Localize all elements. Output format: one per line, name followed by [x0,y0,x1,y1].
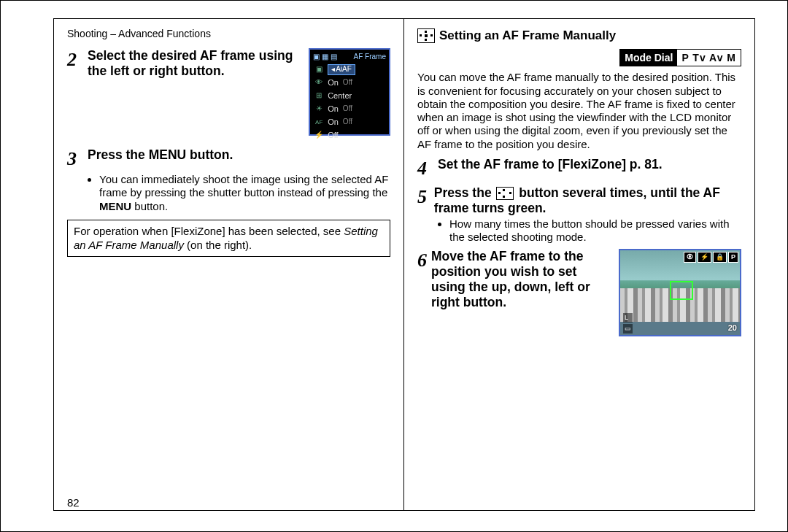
lcd-row-icon: ⚡ [313,131,325,141]
manual-page: Shooting – Advanced Functions 2 Select t… [0,0,788,532]
af-frame-indicator [670,281,693,300]
lcd-preview-af-frame: ▣ ▦ ▤ AF Frame ▣◂ AiAF 👁OnOff ⊞Center ☀O… [309,48,390,136]
step-5: 5 Press the button several times, until … [417,185,741,245]
lcd-row-val: On [328,104,339,115]
lcd-row-val: On [328,117,339,128]
hud-icon: P [728,252,738,263]
flexizone-note: For operation when [FlexiZone] has been … [67,220,390,258]
hud-icon: ⚡ [698,252,711,263]
step-3-number: 3 [67,147,83,171]
hud-icon: ⦿ [684,252,696,263]
lcd-row-icon: AF [313,117,325,128]
lcd-row-val: On [328,78,339,88]
lcd-tab-icons: ▣ ▦ ▤ [313,53,337,62]
step-3: 3 Press the MENU button. You can immedia… [67,147,390,214]
hud-bl-1: L [623,313,633,323]
step-6-number: 6 [417,249,427,273]
intro-paragraph: You can move the AF frame manually to th… [417,71,741,151]
note-pre: For operation when [FlexiZone] has been … [74,225,344,237]
page-number: 82 [67,496,80,510]
step-5-title: Press the button several times, until th… [434,185,741,216]
lcd-row-val: AiAF [336,65,352,74]
lcd-row-val: Center [328,91,352,101]
lcd-row-val2: Off [341,117,352,127]
lcd-row-icon: ▣ [313,65,325,75]
lcd-row-icon: ⊞ [313,91,325,101]
lcd-row-val2: Off [341,104,352,114]
photo-water [620,322,740,335]
left-column: Shooting – Advanced Functions 2 Select t… [54,19,404,510]
hud-bottom-right: 20 [728,323,737,334]
step-3-bullet-text: You can immediately shoot the image usin… [99,173,388,199]
step-6: 6 Move the AF frame to the position you … [417,249,741,336]
hud-bottom-left: L ▭ [623,313,633,334]
right-heading: Setting an AF Frame Manually [417,28,741,43]
step-3-bullet: You can immediately shoot the image usin… [67,173,390,214]
af-point-select-icon [417,28,435,43]
step-3-bullet-text2: button. [131,200,168,212]
lcd-title: AF Frame [354,53,386,62]
step-5-number: 5 [417,185,430,209]
af-point-select-icon [496,187,514,200]
lcd-selected-value: ◂ AiAF [328,64,355,75]
breadcrumb: Shooting – Advanced Functions [67,28,211,41]
page-content-frame: Shooting – Advanced Functions 2 Select t… [53,18,755,511]
step-4-number: 4 [417,157,433,181]
step-2-number: 2 [67,48,83,72]
step-2-head: 2 Select the desired AF frame using the … [67,48,301,79]
lcd-preview-move-af: ⦿ ⚡ 🔒 P L ▭ 20 [619,249,741,336]
note-post: (on the right). [184,239,252,251]
lcd-row-icon: 👁 [313,78,325,88]
right-column: Setting an AF Frame Manually Mode Dial P… [404,19,754,510]
step-5-bullet: How many times the button should be pres… [417,217,741,245]
step-5-bullet-text: How many times the button should be pres… [449,217,741,245]
step-3-bullet-bold: MENU [99,200,131,212]
step-3-title: Press the MENU button. [88,147,233,163]
step-2-title: Select the desired AF frame using the le… [88,48,301,79]
lcd-row-val2: Off [341,78,352,88]
step-4: 4 Set the AF frame to [FlexiZone] p. 81. [417,157,741,181]
step-4-title: Set the AF frame to [FlexiZone] p. 81. [438,157,663,172]
lcd-row-icon: ☀ [313,104,325,115]
right-heading-text: Setting an AF Frame Manually [439,28,616,43]
mode-dial-label: Mode Dial [620,50,677,66]
step-6-title: Move the AF frame to the position you wi… [431,249,611,310]
mode-dial-row: Mode Dial P Tv Av M [417,49,741,66]
step-5-title-pre: Press the [434,185,495,200]
hud-icon: 🔒 [713,252,727,263]
hud-top-right: ⦿ ⚡ 🔒 P [684,252,738,263]
mode-dial-badge: Mode Dial P Tv Av M [619,49,741,66]
step-2: 2 Select the desired AF frame using the … [67,48,390,136]
mode-dial-values: P Tv Av M [677,50,741,66]
hud-bl-2: ▭ [623,324,633,334]
lcd-row-val: Off [328,131,338,141]
